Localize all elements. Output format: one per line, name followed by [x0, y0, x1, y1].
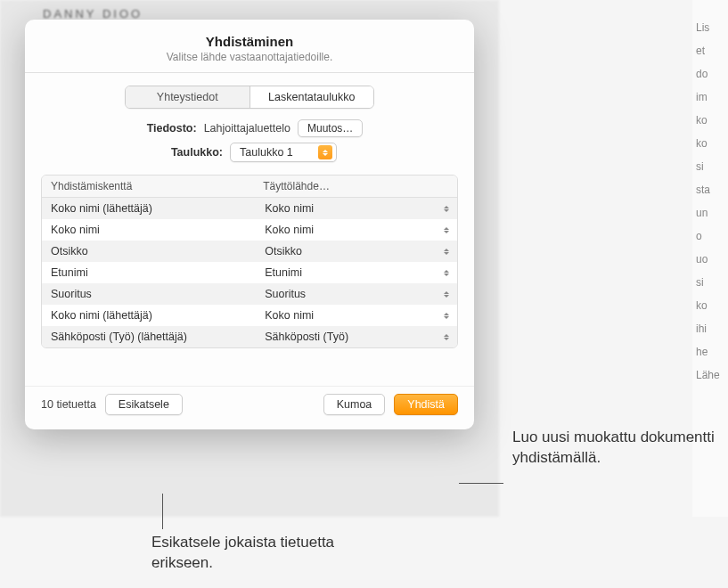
bg-text-fragment: Lähe: [692, 363, 728, 387]
cancel-button[interactable]: Kumoa: [323, 394, 386, 415]
merge-field-cell: Sähköposti (Työ) (lähettäjä): [42, 326, 256, 347]
dropdown-stepper-icon: [318, 145, 332, 159]
table-select-row: Taulukko: Taulukko 1: [25, 143, 474, 162]
callout-merge: Luo uusi muokattu dokumentti yhdistämäll…: [512, 428, 717, 469]
updown-icon: [441, 227, 452, 233]
file-row: Tiedosto: Lahjoittajaluettelo Muutos…: [25, 119, 474, 137]
dialog-footer: 10 tietuetta Esikatsele Kumoa Yhdistä: [25, 387, 474, 415]
bg-text-fragment: sta: [692, 178, 728, 201]
table-row[interactable]: OtsikkoOtsikko: [42, 241, 457, 262]
preview-button[interactable]: Esikatsele: [105, 394, 183, 415]
segmented-contacts[interactable]: Yhteystiedot: [126, 86, 249, 108]
source-cell[interactable]: Sähköposti (Työ): [256, 327, 457, 347]
table-row[interactable]: SuoritusSuoritus: [42, 283, 457, 305]
merge-field-cell: Koko nimi (lähettäjä): [42, 305, 256, 326]
table-row[interactable]: Koko nimiKoko nimi: [42, 219, 457, 241]
table-row[interactable]: EtunimiEtunimi: [42, 262, 457, 283]
source-cell[interactable]: Koko nimi: [256, 306, 457, 325]
dialog-title: Yhdistäminen: [25, 34, 474, 49]
updown-icon: [441, 313, 452, 319]
source-cell[interactable]: Koko nimi: [256, 220, 457, 240]
source-cell-value: Koko nimi: [265, 224, 314, 236]
table-row[interactable]: Sähköposti (Työ) (lähettäjä)Sähköposti (…: [42, 326, 457, 347]
bg-text-fragment: ko: [692, 132, 728, 155]
table-header: Yhdistämiskenttä Täyttölähde…: [42, 176, 457, 198]
source-cell[interactable]: Otsikko: [256, 241, 457, 261]
source-cell-value: Suoritus: [265, 288, 306, 300]
dialog-subtitle: Valitse lähde vastaanottajatiedoille.: [25, 51, 474, 63]
table-row[interactable]: Koko nimi (lähettäjä)Koko nimi: [42, 305, 457, 326]
col-merge-field: Yhdistämiskenttä: [42, 176, 254, 197]
merge-field-cell: Koko nimi: [42, 219, 256, 241]
source-cell-value: Sähköposti (Työ): [265, 331, 348, 343]
bg-text-fragment: o: [692, 225, 728, 248]
source-cell-value: Otsikko: [265, 245, 302, 257]
table-label: Taulukko:: [162, 146, 223, 159]
bg-text-fragment: ihi: [692, 317, 728, 340]
merge-field-cell: Suoritus: [42, 283, 256, 305]
callout-line-preview-v: [162, 494, 163, 529]
table-select[interactable]: Taulukko 1: [230, 143, 337, 162]
file-label: Tiedosto:: [136, 122, 197, 135]
callout-line-merge: [459, 483, 503, 484]
dialog-header: Yhdistäminen Valitse lähde vastaanottaja…: [25, 20, 474, 73]
bg-partial-title: DANNY DIOO: [43, 7, 143, 20]
bg-text-fragment: do: [692, 62, 728, 86]
merge-field-cell: Otsikko: [42, 241, 256, 262]
merge-field-cell: Etunimi: [42, 262, 256, 283]
record-count: 10 tietuetta: [41, 398, 96, 411]
source-segmented-control[interactable]: Yhteystiedot Laskentataulukko: [125, 86, 374, 109]
updown-icon: [441, 206, 452, 212]
merge-dialog: Yhdistäminen Valitse lähde vastaanottaja…: [25, 20, 474, 429]
col-source: Täyttölähde…: [254, 176, 457, 197]
updown-icon: [441, 249, 452, 255]
bg-text-fragment: Lis: [692, 16, 728, 39]
updown-icon: [441, 291, 452, 298]
segmented-spreadsheet[interactable]: Laskentataulukko: [249, 86, 374, 108]
table-select-value: Taulukko 1: [240, 146, 293, 159]
bg-text-fragment: si: [692, 155, 728, 178]
bg-text-fragment: ko: [692, 109, 728, 132]
bg-text-fragment: he: [692, 340, 728, 363]
table-row[interactable]: Koko nimi (lähettäjä)Koko nimi: [42, 198, 457, 219]
bg-text-fragment: im: [692, 86, 728, 109]
file-value: Lahjoittajaluettelo: [204, 122, 290, 135]
field-mapping-table: Yhdistämiskenttä Täyttölähde… Koko nimi …: [41, 175, 458, 348]
change-file-button[interactable]: Muutos…: [298, 119, 363, 137]
updown-icon: [441, 334, 452, 340]
merge-field-cell: Koko nimi (lähettäjä): [42, 198, 256, 219]
bg-text-fragment: uo: [692, 248, 728, 271]
source-cell[interactable]: Koko nimi: [256, 199, 457, 218]
bg-text-fragment: si: [692, 271, 728, 294]
source-cell[interactable]: Etunimi: [256, 263, 457, 282]
bg-text-fragment: et: [692, 39, 728, 62]
source-cell-value: Etunimi: [265, 266, 302, 279]
bg-text-fragment: ko: [692, 294, 728, 317]
source-cell-value: Koko nimi: [265, 202, 314, 215]
source-cell-value: Koko nimi: [265, 309, 314, 322]
callout-preview: Esikatsele jokaista tietuetta erikseen.: [151, 533, 383, 574]
updown-icon: [441, 270, 452, 276]
bg-text-fragment: un: [692, 201, 728, 225]
source-cell[interactable]: Suoritus: [256, 284, 457, 304]
table-body: Koko nimi (lähettäjä)Koko nimiKoko nimiK…: [42, 198, 457, 347]
merge-button[interactable]: Yhdistä: [394, 394, 458, 415]
